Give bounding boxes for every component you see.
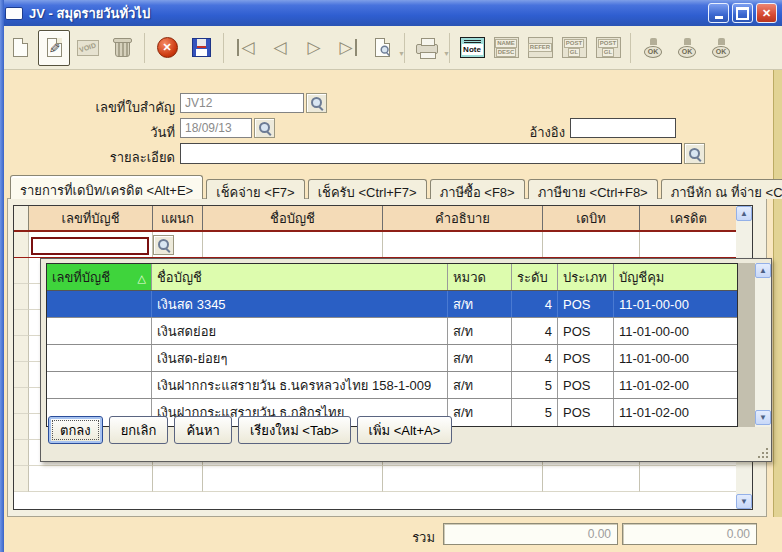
- last-record-button[interactable]: [332, 30, 364, 66]
- lookup-body: เงินสด 3345 ส/ท 4 POS 11-01-00-00 เงินสด…: [47, 291, 737, 426]
- resize-grip[interactable]: [758, 448, 768, 458]
- debit-total-field: 0.00: [443, 523, 618, 545]
- refer-icon: REFER: [528, 37, 553, 58]
- lookup-scroll-gap: [738, 263, 755, 427]
- erase-ok-icon: OK: [675, 37, 700, 58]
- resort-button[interactable]: เรียงใหม่ <Tab>: [238, 416, 351, 444]
- previous-record-button[interactable]: [264, 30, 296, 66]
- preview-button[interactable]: [366, 30, 398, 66]
- date-input[interactable]: [180, 118, 252, 138]
- post-gl-icon: POSTGL: [562, 37, 587, 58]
- tab-purchase-tax[interactable]: ภาษีซื้อ <F8>: [430, 179, 525, 199]
- search-button[interactable]: ค้นหา: [174, 416, 231, 444]
- tab-cheque-received[interactable]: เช็ครับ <Ctrl+F7>: [308, 179, 427, 199]
- cell-type: POS: [558, 399, 614, 426]
- cell-account-no: [47, 291, 152, 317]
- ok-label: OK: [678, 46, 697, 58]
- lookup-header-level[interactable]: ระดับ: [512, 264, 558, 290]
- lookup-row[interactable]: เงินสด-ย่อยๆ ส/ท 4 POS 11-01-00-00: [47, 345, 737, 372]
- chevron-down-icon[interactable]: [443, 44, 450, 59]
- entry-credit-cell[interactable]: [640, 232, 738, 257]
- doc-no-input[interactable]: [180, 93, 304, 113]
- close-button[interactable]: [756, 3, 777, 23]
- lookup-table: เลขที่บัญชี ชื่อบัญชี หมวด ระดับ ประเภท …: [46, 263, 738, 427]
- save-button[interactable]: [185, 30, 217, 66]
- tab-debit-credit[interactable]: รายการที่เดบิท/เครดิต <Alt+E>: [10, 175, 203, 199]
- note-button[interactable]: Note: [456, 30, 488, 66]
- document-ok-icon: OK: [709, 37, 734, 58]
- name-desc-button[interactable]: NAMEDESC: [490, 30, 522, 66]
- row-marker: [14, 284, 29, 310]
- edit-button[interactable]: [38, 30, 70, 66]
- doc-no-lookup-button[interactable]: [306, 93, 327, 113]
- row-marker: [14, 232, 29, 257]
- lookup-header-category[interactable]: หมวด: [448, 264, 512, 290]
- account-no-cell-input[interactable]: [31, 237, 149, 255]
- delete-button[interactable]: [106, 30, 138, 66]
- add-button[interactable]: เพิ่ม <Alt+A>: [357, 416, 453, 444]
- lookup-header-control-account[interactable]: บัญชีคุม: [614, 264, 739, 290]
- cell-control-account: 11-01-00-00: [614, 345, 739, 371]
- detail-lookup-button[interactable]: [684, 143, 705, 164]
- ok-button[interactable]: ตกลง: [48, 416, 103, 444]
- chevron-down-icon[interactable]: [398, 44, 405, 59]
- trash-icon: [115, 42, 130, 57]
- lookup-scrollbar[interactable]: [755, 263, 771, 427]
- cell-control-account: 11-01-00-00: [614, 318, 739, 344]
- next-record-button[interactable]: [298, 30, 330, 66]
- scroll-up-button[interactable]: [755, 263, 771, 278]
- note-icon-label: Note: [462, 44, 483, 55]
- lookup-header-type[interactable]: ประเภท: [558, 264, 614, 290]
- date-lookup-button[interactable]: [254, 118, 275, 138]
- entry-account-name-cell[interactable]: [203, 232, 383, 257]
- scroll-up-button[interactable]: [736, 206, 752, 221]
- entry-description-cell[interactable]: [383, 232, 543, 257]
- lookup-header-account-name[interactable]: ชื่อบัญชี: [152, 264, 448, 290]
- detail-input[interactable]: [180, 143, 682, 164]
- titlebar[interactable]: JV - สมุดรายวันทั่วไป: [0, 0, 782, 26]
- tab-cheque-paid[interactable]: เช็คจ่าย <F7>: [206, 179, 304, 199]
- cell-account-name: เงินสด-ย่อยๆ: [152, 345, 448, 371]
- toolbar-separator: [630, 33, 631, 63]
- cancel-lookup-button[interactable]: ยกเลิก: [109, 416, 169, 444]
- approve-all-button[interactable]: OK: [705, 30, 737, 66]
- toolbar-separator: [144, 33, 145, 63]
- ok-label: OK: [644, 46, 663, 58]
- window-left-border: [0, 0, 4, 552]
- lookup-row[interactable]: เงินฝากกระแสรายวัน ธ.นครหลวงไทย 158-1-00…: [47, 372, 737, 399]
- maximize-button[interactable]: [732, 3, 753, 23]
- cancel-button[interactable]: [151, 30, 183, 66]
- minimize-button[interactable]: [708, 3, 729, 23]
- approve-button[interactable]: OK: [637, 30, 669, 66]
- sort-ascending-icon: [138, 270, 146, 285]
- post-gl-alt-button[interactable]: POSTGL: [592, 30, 624, 66]
- scroll-down-button[interactable]: [755, 410, 771, 425]
- header-description: คำอธิบาย: [383, 206, 543, 230]
- tab-withholding-tax[interactable]: ภาษีหัก ณ ที่จ่าย <Ctrl+F10>: [661, 179, 782, 199]
- lookup-header-account-no[interactable]: เลขที่บัญชี: [47, 264, 152, 290]
- row-marker: [14, 414, 29, 440]
- void-button[interactable]: VOID: [72, 30, 104, 66]
- tab-sales-tax[interactable]: ภาษีขาย <Ctrl+F8>: [528, 179, 658, 199]
- post-gl-button[interactable]: POSTGL: [558, 30, 590, 66]
- account-lookup-button[interactable]: [153, 235, 174, 255]
- last-record-icon: [339, 39, 356, 56]
- reference-input[interactable]: [570, 118, 676, 138]
- empty-cell: [153, 466, 203, 492]
- lookup-row[interactable]: เงินสดย่อย ส/ท 4 POS 11-01-00-00: [47, 318, 737, 345]
- approve-ok-icon: OK: [641, 37, 666, 58]
- cell-type: POS: [558, 318, 614, 344]
- grid-empty-row[interactable]: [14, 466, 738, 492]
- ok-label: OK: [712, 46, 731, 58]
- scroll-down-button[interactable]: [736, 494, 752, 509]
- cell-level: 5: [512, 399, 558, 426]
- post-label: POST: [598, 39, 618, 48]
- lookup-row-selected[interactable]: เงินสด 3345 ส/ท 4 POS 11-01-00-00: [47, 291, 737, 318]
- print-button[interactable]: [411, 30, 443, 66]
- unapprove-button[interactable]: OK: [671, 30, 703, 66]
- first-record-button[interactable]: [230, 30, 262, 66]
- lookup-header-label: เลขที่บัญชี: [52, 267, 110, 288]
- entry-debit-cell[interactable]: [543, 232, 640, 257]
- refer-button[interactable]: REFER: [524, 30, 556, 66]
- new-document-button[interactable]: [4, 30, 36, 66]
